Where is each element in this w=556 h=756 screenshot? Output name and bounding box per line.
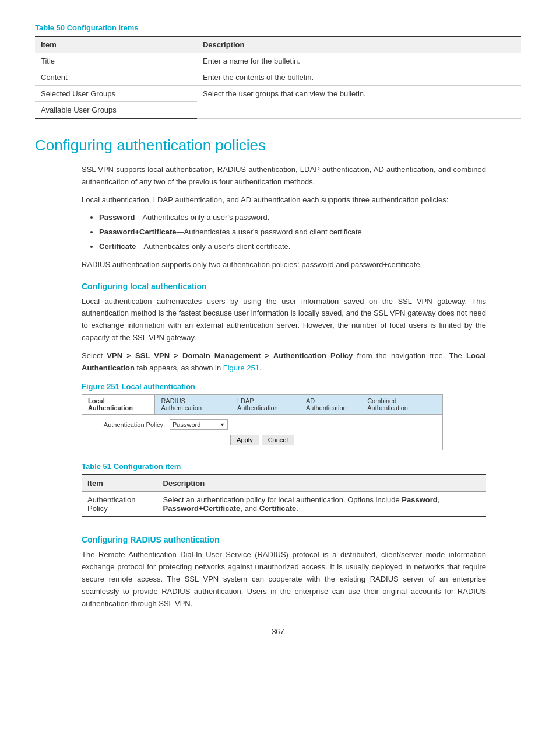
ui-body: Authentication Policy: Password ▼ Apply … xyxy=(82,415,442,450)
auth-policy-select[interactable]: Password ▼ xyxy=(170,419,228,430)
radius-auth-subheading: Configuring RADIUS authentication xyxy=(82,535,486,544)
local-auth-para1: Local authentication authenticates users… xyxy=(82,296,486,344)
auth-policy-label: Authentication Policy: xyxy=(89,421,165,428)
section-heading: Configuring authentication policies xyxy=(35,136,521,155)
para2-nav: VPN > SSL VPN > Domain Management > Auth… xyxy=(107,351,353,360)
bullet-label-2: Password+Certificate xyxy=(99,228,177,236)
desc-bold2: Password+Certificate xyxy=(163,504,241,513)
radius-note: RADIUS authentication supports only two … xyxy=(82,259,486,271)
table50-title: Table 50 Configuration items xyxy=(35,23,521,32)
table51-title: Table 51 Configuration item xyxy=(82,462,486,471)
tab-local-authentication[interactable]: Local Authentication xyxy=(82,395,155,414)
table50-item-content: Content xyxy=(35,69,197,86)
table-row: Content Enter the contents of the bullet… xyxy=(35,69,521,86)
table50-desc-content: Enter the contents of the bulletin. xyxy=(197,69,521,86)
table50-item-available: Available User Groups xyxy=(35,102,197,119)
ui-tab-bar: Local Authentication RADIUS Authenticati… xyxy=(82,395,442,415)
page-number: 367 xyxy=(35,627,521,636)
table-row: Title Enter a name for the bulletin. xyxy=(35,53,521,69)
tab-ad-authentication[interactable]: AD Authentication xyxy=(300,395,361,414)
para2-period: . xyxy=(259,363,262,372)
table51-header-description: Description xyxy=(157,475,486,492)
table50-section: Table 50 Configuration items Item Descri… xyxy=(35,23,521,119)
desc-comma2: , and xyxy=(240,504,259,513)
tab-radius-authentication[interactable]: RADIUS Authentication xyxy=(155,395,231,414)
para2-fig: Figure 251 xyxy=(223,363,259,372)
table50-item-selected: Selected User Groups xyxy=(35,86,197,102)
list-item: Password—Authenticates only a user's pas… xyxy=(99,212,486,224)
list-item: Certificate—Authenticates only a user's … xyxy=(99,241,486,253)
desc-end: . xyxy=(296,504,298,513)
table50: Item Description Title Enter a name for … xyxy=(35,36,521,119)
figure251-ui: Local Authentication RADIUS Authenticati… xyxy=(82,394,443,450)
cancel-button[interactable]: Cancel xyxy=(262,435,294,445)
ui-button-group: Apply Cancel xyxy=(89,435,435,445)
table50-desc-groups: Select the user groups that can view the… xyxy=(197,86,521,119)
tab-combined-authentication[interactable]: Combined Authentication xyxy=(361,395,442,414)
local-auth-para2: Select VPN > SSL VPN > Domain Management… xyxy=(82,350,486,374)
tab-ldap-authentication[interactable]: LDAP Authentication xyxy=(231,395,300,414)
auth-policy-value: Password xyxy=(173,421,200,428)
desc-bold3: Certificate xyxy=(259,504,297,513)
table50-header-item: Item xyxy=(35,36,197,53)
table50-desc-title: Enter a name for the bulletin. xyxy=(197,53,521,69)
bullet-list: Password—Authenticates only a user's pas… xyxy=(99,212,486,253)
desc-bold1: Password xyxy=(402,495,437,504)
table50-item-title: Title xyxy=(35,53,197,69)
dropdown-arrow-icon: ▼ xyxy=(220,422,225,428)
table51-desc-auth-policy: Select an authentication policy for loca… xyxy=(157,492,486,517)
table51: Item Description Authentication Policy S… xyxy=(82,474,486,517)
table-row: Authentication Policy Select an authenti… xyxy=(82,492,486,517)
table50-header-description: Description xyxy=(197,36,521,53)
table-row: Selected User Groups Select the user gro… xyxy=(35,86,521,102)
auth-policy-row: Authentication Policy: Password ▼ xyxy=(89,419,435,430)
apply-button[interactable]: Apply xyxy=(230,435,259,445)
intro-para2: Local authentication, LDAP authenticatio… xyxy=(82,194,486,206)
list-item: Password+Certificate—Authenticates a use… xyxy=(99,226,486,239)
bullet-text-2: —Authenticates a user's password and cli… xyxy=(177,228,364,236)
intro-para1: SSL VPN supports local authentication, R… xyxy=(82,164,486,188)
desc-before: Select an authentication policy for loca… xyxy=(163,495,402,504)
para2-end: tab appears, as shown in xyxy=(135,363,223,372)
bullet-text-3: —Authenticates only a user's client cert… xyxy=(136,242,291,251)
figure251-caption: Figure 251 Local authentication xyxy=(82,382,486,391)
bullet-text-1: —Authenticates only a user's password. xyxy=(135,213,269,222)
local-auth-subheading: Configuring local authentication xyxy=(82,282,486,291)
radius-auth-para: The Remote Authentication Dial-In User S… xyxy=(82,549,486,610)
table51-item-auth-policy: Authentication Policy xyxy=(82,492,157,517)
table51-header-item: Item xyxy=(82,475,157,492)
para2-before: Select xyxy=(82,351,107,360)
bullet-label-3: Certificate xyxy=(99,242,136,251)
bullet-label-1: Password xyxy=(99,213,135,222)
desc-comma1: , xyxy=(438,495,440,504)
para2-after: from the navigation tree. The xyxy=(353,351,466,360)
